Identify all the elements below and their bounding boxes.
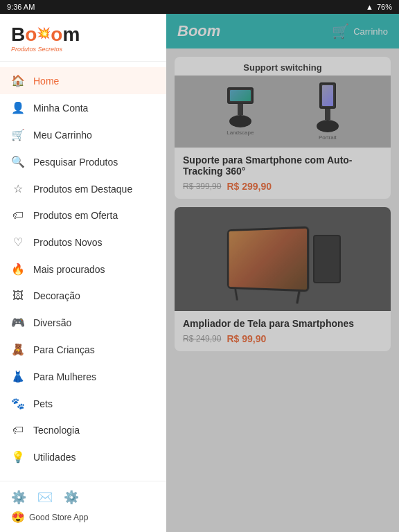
tech-icon: 🏷 xyxy=(11,424,25,436)
fun-icon: 🎮 xyxy=(11,316,25,329)
sidebar-item-destaque[interactable]: ☆ Produtos em Destaque xyxy=(0,175,166,202)
sidebar-item-mulheres[interactable]: 👗 Para Mulheres xyxy=(0,363,166,390)
sidebar-label-procurados: Mais procurados xyxy=(33,264,105,275)
account-icon: 👤 xyxy=(11,101,25,114)
sidebar-item-meu-carrinho[interactable]: 🛒 Meu Carrinho xyxy=(0,121,166,148)
kids-icon: 🧸 xyxy=(11,343,25,356)
pets-icon: 🐾 xyxy=(11,397,25,410)
popular-icon: 🔥 xyxy=(11,263,25,276)
sidebar-item-procurados[interactable]: 🔥 Mais procurados xyxy=(0,256,166,283)
wifi-icon: ▲ xyxy=(366,3,373,11)
mail-icon[interactable]: ✉️ xyxy=(37,490,53,505)
sidebar-item-criancas[interactable]: 🧸 Para Crianças xyxy=(0,336,166,363)
sidebar-item-tecnologia[interactable]: 🏷 Tecnologia xyxy=(0,417,166,443)
sidebar-item-home[interactable]: 🏠 Home xyxy=(0,67,166,94)
sidebar-label-diversao: Diversão xyxy=(33,317,71,328)
sidebar-item-diversao[interactable]: 🎮 Diversão xyxy=(0,309,166,336)
sidebar: Bo💥om Produtos Secretos 🏠 Home 👤 Minha C… xyxy=(0,14,166,532)
sidebar-item-decoracao[interactable]: 🖼 Decoração xyxy=(0,283,166,309)
sidebar-label-mulheres: Para Mulheres xyxy=(33,371,96,382)
battery-indicator: 76% xyxy=(377,3,392,11)
star-icon: ☆ xyxy=(11,182,25,195)
dim-overlay xyxy=(166,14,399,532)
search-icon: 🔍 xyxy=(11,155,25,168)
app-label: 😍 Good Store App xyxy=(11,511,155,524)
women-icon: 👗 xyxy=(11,370,25,383)
heart-icon: ♡ xyxy=(11,236,25,249)
sidebar-label-minha-conta: Minha Conta xyxy=(33,103,88,114)
sidebar-item-utilidades[interactable]: 💡 Utilidades xyxy=(0,443,166,470)
sidebar-item-pets[interactable]: 🐾 Pets xyxy=(0,390,166,417)
decor-icon: 🖼 xyxy=(11,290,25,302)
sidebar-label-utilidades: Utilidades xyxy=(33,452,76,463)
status-bar: 9:36 AM ▲ 76% xyxy=(0,0,399,14)
app-emoji: 😍 xyxy=(11,511,25,524)
sidebar-item-novos[interactable]: ♡ Produtos Novos xyxy=(0,229,166,256)
sidebar-label-pets: Pets xyxy=(33,398,53,409)
main-content: Boom 🛒 Carrinho Support switching La xyxy=(166,14,399,532)
sidebar-navigation: 🏠 Home 👤 Minha Conta 🛒 Meu Carrinho 🔍 Pe… xyxy=(0,62,166,481)
sidebar-label-novos: Produtos Novos xyxy=(33,237,103,248)
settings-icon[interactable]: ⚙️ xyxy=(11,490,26,505)
sidebar-label-tecnologia: Tecnologia xyxy=(33,425,80,436)
settings2-icon[interactable]: ⚙️ xyxy=(64,490,79,505)
sidebar-label-oferta: Produtos em Oferta xyxy=(33,210,118,221)
home-icon: 🏠 xyxy=(11,74,25,87)
sidebar-label-destaque: Produtos em Destaque xyxy=(33,184,132,195)
sidebar-label-home: Home xyxy=(33,76,59,87)
sidebar-item-minha-conta[interactable]: 👤 Minha Conta xyxy=(0,94,166,121)
sidebar-label-pesquisar: Pesquisar Produtos xyxy=(33,157,118,168)
sidebar-item-oferta[interactable]: 🏷 Produtos em Oferta xyxy=(0,202,166,229)
offer-icon: 🏷 xyxy=(11,209,25,222)
utils-icon: 💡 xyxy=(11,450,25,463)
sidebar-item-pesquisar[interactable]: 🔍 Pesquisar Produtos xyxy=(0,148,166,175)
status-time: 9:36 AM xyxy=(7,3,35,11)
sidebar-logo: Bo💥om Produtos Secretos xyxy=(0,14,166,62)
cart-icon: 🛒 xyxy=(11,128,25,141)
logo-subtitle: Produtos Secretos xyxy=(11,46,155,53)
app-container: Bo💥om Produtos Secretos 🏠 Home 👤 Minha C… xyxy=(0,14,399,532)
sidebar-footer: ⚙️ ✉️ ⚙️ 😍 Good Store App xyxy=(0,481,166,532)
sidebar-label-criancas: Para Crianças xyxy=(33,344,95,355)
sidebar-label-decoracao: Decoração xyxy=(33,290,80,301)
app-name: Good Store App xyxy=(29,513,88,522)
sidebar-label-meu-carrinho: Meu Carrinho xyxy=(33,130,92,141)
